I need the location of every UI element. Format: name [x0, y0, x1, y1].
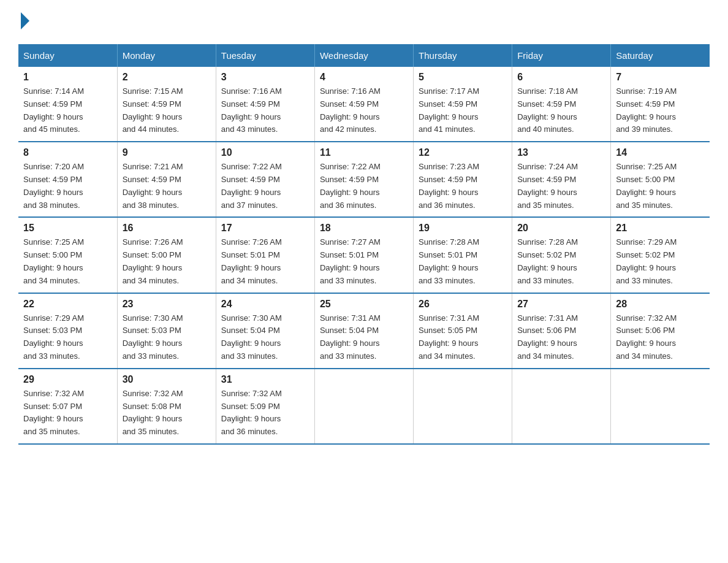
week-row-2: 8 Sunrise: 7:20 AM Sunset: 4:59 PM Dayli…: [18, 142, 710, 217]
day-number: 11: [320, 147, 408, 158]
calendar-cell: 23 Sunrise: 7:30 AM Sunset: 5:03 PM Dayl…: [117, 293, 216, 369]
header-monday: Monday: [117, 44, 216, 67]
day-info: Sunrise: 7:31 AM Sunset: 5:05 PM Dayligh…: [419, 312, 507, 363]
calendar-cell: 20 Sunrise: 7:28 AM Sunset: 5:02 PM Dayl…: [512, 217, 611, 293]
day-info: Sunrise: 7:32 AM Sunset: 5:08 PM Dayligh…: [123, 388, 211, 439]
calendar-cell: 19 Sunrise: 7:28 AM Sunset: 5:01 PM Dayl…: [414, 217, 512, 293]
calendar-cell: 1 Sunrise: 7:14 AM Sunset: 4:59 PM Dayli…: [18, 67, 117, 142]
day-info: Sunrise: 7:32 AM Sunset: 5:09 PM Dayligh…: [221, 388, 309, 439]
day-info: Sunrise: 7:31 AM Sunset: 5:04 PM Dayligh…: [320, 312, 408, 363]
day-info: Sunrise: 7:18 AM Sunset: 4:59 PM Dayligh…: [517, 85, 605, 136]
day-number: 21: [616, 223, 705, 234]
day-info: Sunrise: 7:24 AM Sunset: 4:59 PM Dayligh…: [517, 161, 605, 212]
day-number: 26: [419, 299, 507, 310]
day-info: Sunrise: 7:29 AM Sunset: 5:03 PM Dayligh…: [23, 312, 112, 363]
day-number: 25: [320, 299, 408, 310]
calendar-cell: 8 Sunrise: 7:20 AM Sunset: 4:59 PM Dayli…: [18, 142, 117, 217]
day-info: Sunrise: 7:16 AM Sunset: 4:59 PM Dayligh…: [320, 85, 408, 136]
day-info: Sunrise: 7:32 AM Sunset: 5:07 PM Dayligh…: [23, 388, 112, 439]
page-header: [18, 12, 710, 32]
day-info: Sunrise: 7:20 AM Sunset: 4:59 PM Dayligh…: [23, 161, 112, 212]
calendar-cell: 9 Sunrise: 7:21 AM Sunset: 4:59 PM Dayli…: [117, 142, 216, 217]
logo: [18, 12, 29, 32]
calendar-cell: [414, 369, 512, 444]
calendar-cell: 3 Sunrise: 7:16 AM Sunset: 4:59 PM Dayli…: [216, 67, 314, 142]
day-number: 29: [23, 374, 112, 385]
day-number: 6: [517, 72, 605, 83]
day-number: 4: [320, 72, 408, 83]
day-info: Sunrise: 7:16 AM Sunset: 4:59 PM Dayligh…: [221, 85, 309, 136]
calendar-cell: 11 Sunrise: 7:22 AM Sunset: 4:59 PM Dayl…: [314, 142, 413, 217]
header-wednesday: Wednesday: [314, 44, 413, 67]
day-info: Sunrise: 7:19 AM Sunset: 4:59 PM Dayligh…: [616, 85, 705, 136]
day-info: Sunrise: 7:14 AM Sunset: 4:59 PM Dayligh…: [23, 85, 112, 136]
day-info: Sunrise: 7:22 AM Sunset: 4:59 PM Dayligh…: [320, 161, 408, 212]
day-number: 16: [123, 223, 211, 234]
calendar-cell: 31 Sunrise: 7:32 AM Sunset: 5:09 PM Dayl…: [216, 369, 314, 444]
day-info: Sunrise: 7:17 AM Sunset: 4:59 PM Dayligh…: [419, 85, 507, 136]
header-sunday: Sunday: [18, 44, 117, 67]
day-info: Sunrise: 7:31 AM Sunset: 5:06 PM Dayligh…: [517, 312, 605, 363]
day-number: 19: [419, 223, 507, 234]
day-number: 27: [517, 299, 605, 310]
day-number: 7: [616, 72, 705, 83]
calendar-cell: 24 Sunrise: 7:30 AM Sunset: 5:04 PM Dayl…: [216, 293, 314, 369]
calendar-cell: 15 Sunrise: 7:25 AM Sunset: 5:00 PM Dayl…: [18, 217, 117, 293]
calendar-cell: 5 Sunrise: 7:17 AM Sunset: 4:59 PM Dayli…: [414, 67, 512, 142]
calendar-cell: 4 Sunrise: 7:16 AM Sunset: 4:59 PM Dayli…: [314, 67, 413, 142]
day-info: Sunrise: 7:28 AM Sunset: 5:02 PM Dayligh…: [517, 236, 605, 287]
weekday-header-row: SundayMondayTuesdayWednesdayThursdayFrid…: [18, 44, 710, 67]
calendar-cell: 27 Sunrise: 7:31 AM Sunset: 5:06 PM Dayl…: [512, 293, 611, 369]
day-number: 15: [23, 223, 112, 234]
calendar-cell: 2 Sunrise: 7:15 AM Sunset: 4:59 PM Dayli…: [117, 67, 216, 142]
header-tuesday: Tuesday: [216, 44, 314, 67]
day-number: 8: [23, 147, 112, 158]
day-number: 10: [221, 147, 309, 158]
day-number: 20: [517, 223, 605, 234]
calendar-cell: 12 Sunrise: 7:23 AM Sunset: 4:59 PM Dayl…: [414, 142, 512, 217]
calendar-cell: 14 Sunrise: 7:25 AM Sunset: 5:00 PM Dayl…: [611, 142, 710, 217]
calendar-cell: 10 Sunrise: 7:22 AM Sunset: 4:59 PM Dayl…: [216, 142, 314, 217]
day-number: 24: [221, 299, 309, 310]
day-info: Sunrise: 7:28 AM Sunset: 5:01 PM Dayligh…: [419, 236, 507, 287]
calendar-cell: 28 Sunrise: 7:32 AM Sunset: 5:06 PM Dayl…: [611, 293, 710, 369]
calendar-cell: 6 Sunrise: 7:18 AM Sunset: 4:59 PM Dayli…: [512, 67, 611, 142]
day-info: Sunrise: 7:23 AM Sunset: 4:59 PM Dayligh…: [419, 161, 507, 212]
day-info: Sunrise: 7:29 AM Sunset: 5:02 PM Dayligh…: [616, 236, 705, 287]
week-row-5: 29 Sunrise: 7:32 AM Sunset: 5:07 PM Dayl…: [18, 369, 710, 444]
week-row-1: 1 Sunrise: 7:14 AM Sunset: 4:59 PM Dayli…: [18, 67, 710, 142]
calendar-cell: 29 Sunrise: 7:32 AM Sunset: 5:07 PM Dayl…: [18, 369, 117, 444]
logo-arrow-icon: [21, 12, 29, 29]
day-info: Sunrise: 7:22 AM Sunset: 4:59 PM Dayligh…: [221, 161, 309, 212]
calendar-cell: 30 Sunrise: 7:32 AM Sunset: 5:08 PM Dayl…: [117, 369, 216, 444]
day-number: 2: [123, 72, 211, 83]
day-info: Sunrise: 7:25 AM Sunset: 5:00 PM Dayligh…: [616, 161, 705, 212]
calendar-cell: 17 Sunrise: 7:26 AM Sunset: 5:01 PM Dayl…: [216, 217, 314, 293]
day-number: 1: [23, 72, 112, 83]
calendar-cell: 16 Sunrise: 7:26 AM Sunset: 5:00 PM Dayl…: [117, 217, 216, 293]
day-number: 12: [419, 147, 507, 158]
day-number: 14: [616, 147, 705, 158]
day-number: 28: [616, 299, 705, 310]
header-saturday: Saturday: [611, 44, 710, 67]
day-number: 3: [221, 72, 309, 83]
day-info: Sunrise: 7:15 AM Sunset: 4:59 PM Dayligh…: [123, 85, 211, 136]
header-friday: Friday: [512, 44, 611, 67]
calendar-cell: 22 Sunrise: 7:29 AM Sunset: 5:03 PM Dayl…: [18, 293, 117, 369]
day-info: Sunrise: 7:25 AM Sunset: 5:00 PM Dayligh…: [23, 236, 112, 287]
day-info: Sunrise: 7:21 AM Sunset: 4:59 PM Dayligh…: [123, 161, 211, 212]
calendar-table: SundayMondayTuesdayWednesdayThursdayFrid…: [18, 44, 710, 445]
calendar-cell: 7 Sunrise: 7:19 AM Sunset: 4:59 PM Dayli…: [611, 67, 710, 142]
calendar-cell: 25 Sunrise: 7:31 AM Sunset: 5:04 PM Dayl…: [314, 293, 413, 369]
calendar-cell: 13 Sunrise: 7:24 AM Sunset: 4:59 PM Dayl…: [512, 142, 611, 217]
day-number: 30: [123, 374, 211, 385]
calendar-cell: [314, 369, 413, 444]
calendar-cell: 26 Sunrise: 7:31 AM Sunset: 5:05 PM Dayl…: [414, 293, 512, 369]
day-number: 22: [23, 299, 112, 310]
day-info: Sunrise: 7:30 AM Sunset: 5:04 PM Dayligh…: [221, 312, 309, 363]
day-number: 23: [123, 299, 211, 310]
day-number: 17: [221, 223, 309, 234]
calendar-cell: [611, 369, 710, 444]
calendar-cell: 21 Sunrise: 7:29 AM Sunset: 5:02 PM Dayl…: [611, 217, 710, 293]
calendar-cell: [512, 369, 611, 444]
